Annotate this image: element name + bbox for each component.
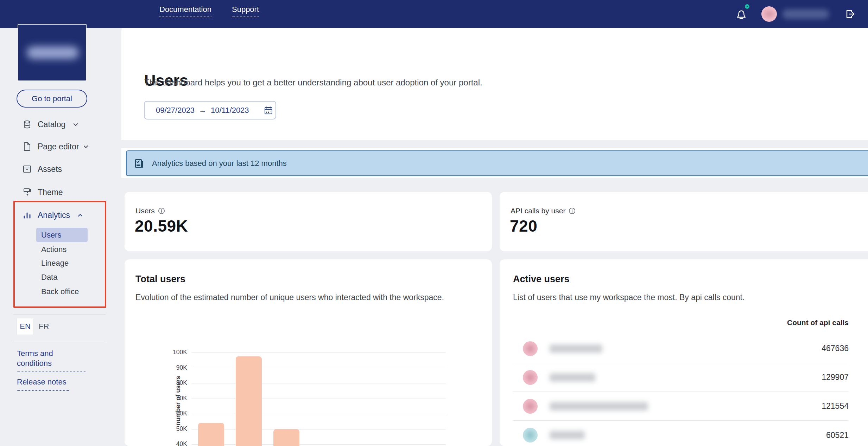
- database-icon: [22, 119, 32, 129]
- topbar-links: Documentation Support: [159, 5, 259, 17]
- bell-icon: [735, 7, 747, 21]
- y-tick-label: 70K: [165, 395, 187, 402]
- chevron-up-icon: [78, 214, 83, 217]
- banner-strip: Analytics based on your last 12 months: [121, 148, 868, 178]
- page-icon: [22, 142, 32, 151]
- sidebar-item-label: Analytics: [38, 211, 70, 220]
- sidebar-item-page-editor[interactable]: Page editor: [0, 138, 121, 155]
- sidebar-item-assets[interactable]: Assets: [0, 161, 121, 177]
- stat-label: API calls by user: [511, 207, 565, 215]
- gridline: [192, 429, 446, 429]
- api-calls-count: 60521: [826, 431, 849, 440]
- card-title: Active users: [513, 274, 570, 285]
- sidebar-divider: [13, 314, 106, 315]
- bar-2: [273, 429, 299, 446]
- sidebar-item-analytics[interactable]: Analytics: [0, 207, 121, 223]
- gridline: [192, 399, 446, 399]
- active-users-card: Active users List of users that use my w…: [500, 259, 868, 446]
- table-row[interactable]: 60521: [513, 421, 849, 446]
- documentation-link[interactable]: Documentation: [159, 5, 211, 17]
- calendar-icon: [264, 106, 273, 115]
- user-name-blurred: [550, 373, 595, 382]
- sidebar-item-label: Catalog: [38, 120, 65, 129]
- sidebar-item-label: Page editor: [38, 142, 79, 151]
- user-avatar: [523, 341, 538, 356]
- y-tick-label: 100K: [165, 349, 187, 356]
- table-row[interactable]: 467636: [513, 334, 849, 363]
- api-calls-stat-card: API calls by user 720: [500, 192, 868, 251]
- stat-value: 20.59K: [135, 216, 188, 235]
- sidebar-subitem-users[interactable]: Users: [36, 228, 88, 242]
- user-name-blurred: [550, 431, 585, 439]
- sidebar-item-label: Assets: [38, 164, 62, 174]
- sidebar-item-catalog[interactable]: Catalog: [0, 116, 121, 132]
- card-title: Total users: [135, 274, 185, 285]
- stat-value: 720: [510, 216, 537, 235]
- y-tick-label: 80K: [165, 379, 187, 387]
- y-tick-label: 40K: [165, 440, 187, 446]
- language-toggle-fr[interactable]: FR: [39, 318, 49, 335]
- date-end: 10/11/2023: [211, 106, 249, 115]
- y-tick-label: 90K: [165, 364, 187, 371]
- logo-blurred-text: [27, 46, 79, 59]
- api-calls-count: 129907: [822, 373, 849, 382]
- arrow-right-icon: →: [199, 106, 207, 115]
- info-icon[interactable]: [158, 207, 165, 214]
- notification-badge: [745, 4, 749, 9]
- portal-logo: [18, 24, 87, 81]
- language-toggle-en[interactable]: EN: [17, 318, 33, 335]
- user-avatar: [523, 370, 538, 385]
- api-calls-count: 121554: [822, 401, 849, 411]
- release-notes-link[interactable]: Release notes: [17, 377, 69, 391]
- chevron-down-icon: [83, 145, 88, 148]
- card-description: Evolution of the estimated number of uni…: [135, 293, 444, 302]
- bar-1: [236, 356, 262, 446]
- report-check-icon: [134, 159, 144, 168]
- sidebar-subitem-lineage[interactable]: Lineage: [36, 256, 89, 270]
- gridline: [192, 383, 446, 383]
- avatar-blurred-initials: [764, 11, 774, 18]
- support-link[interactable]: Support: [232, 5, 259, 17]
- banner-text: Analytics based on your last 12 months: [152, 159, 287, 168]
- user-name-blurred: [550, 402, 648, 411]
- table-row[interactable]: 121554: [513, 392, 849, 421]
- column-header-count-of-api-calls: Count of api calls: [787, 318, 849, 327]
- chevron-down-icon: [73, 123, 78, 126]
- users-bar-chart-plot: 100K90K80K70K60K50K40K: [192, 353, 446, 446]
- archive-icon: [22, 164, 32, 174]
- notifications-button[interactable]: [735, 7, 747, 21]
- logout-button[interactable]: [845, 9, 856, 19]
- users-stat-card: Users 20.59K: [125, 192, 492, 251]
- gridline: [192, 414, 446, 414]
- avatar[interactable]: [761, 6, 777, 22]
- terms-and-conditions-link[interactable]: Terms and conditions: [17, 349, 86, 372]
- page-description: This dashboard helps you to get a better…: [144, 78, 482, 88]
- sidebar-item-label: Theme: [38, 188, 63, 197]
- date-start: 09/27/2023: [156, 106, 195, 115]
- bar-0: [198, 423, 224, 446]
- y-tick-label: 60K: [165, 410, 187, 417]
- y-tick-label: 50K: [165, 425, 187, 433]
- date-range-picker[interactable]: 09/27/2023 → 10/11/2023: [144, 101, 276, 119]
- user-name-blurred: [783, 9, 829, 19]
- info-icon[interactable]: [569, 207, 576, 214]
- go-to-portal-button[interactable]: Go to portal: [17, 90, 87, 108]
- sidebar-subitem-data[interactable]: Data: [36, 270, 89, 284]
- analytics-period-banner: Analytics based on your last 12 months: [126, 150, 868, 176]
- sidebar-item-theme[interactable]: Theme: [0, 184, 121, 200]
- gridline: [192, 444, 446, 445]
- sidebar-subitem-actions[interactable]: Actions: [36, 242, 89, 257]
- sidebar-divider: [13, 341, 106, 341]
- stat-label: Users: [135, 207, 155, 215]
- table-row[interactable]: 129907: [513, 363, 849, 392]
- total-users-card: Total users Evolution of the estimated n…: [125, 259, 492, 446]
- user-avatar: [523, 428, 538, 442]
- gridline: [192, 368, 446, 368]
- page-header-panel: Users This dashboard helps you to get a …: [121, 24, 868, 140]
- sidebar-subitem-back-office[interactable]: Back office: [36, 284, 89, 299]
- paint-roller-icon: [22, 187, 32, 197]
- user-avatar: [523, 399, 538, 414]
- card-description: List of users that use my workspace the …: [513, 293, 745, 302]
- active-users-table: 467636 129907 121554 60521: [513, 334, 849, 446]
- topbar-user-area: [735, 0, 856, 28]
